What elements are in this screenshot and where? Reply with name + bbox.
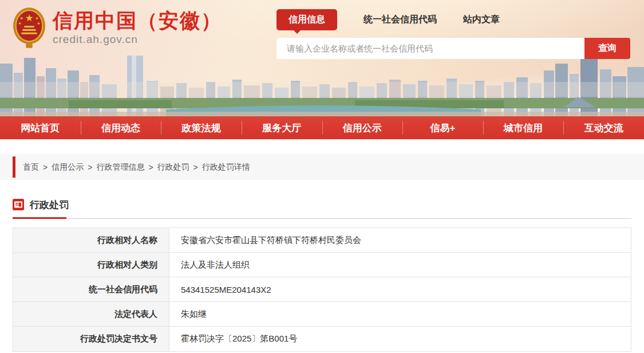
- penalty-detail-table: 行政相对人名称安徽省六安市霍山县下符桥镇下符桥村民委员会行政相对人类别法人及非法…: [13, 228, 631, 352]
- breadcrumb-link[interactable]: 首页: [23, 162, 39, 172]
- nav-item[interactable]: 政策法规: [161, 116, 242, 139]
- nav-item[interactable]: 服务大厅: [242, 116, 322, 139]
- row-value: 54341525ME204143X2: [169, 277, 631, 301]
- search-tab[interactable]: 统一社会信用代码: [364, 14, 437, 26]
- breadcrumb-separator: >: [43, 163, 48, 172]
- svg-text:★: ★: [19, 16, 23, 20]
- site-title: 信用中国（安徽）: [53, 9, 222, 32]
- section-divider: [13, 218, 631, 219]
- breadcrumb-current: 行政处罚详情: [202, 162, 250, 172]
- row-label: 法定代表人: [13, 302, 169, 326]
- row-value: 安徽省六安市霍山县下符桥镇下符桥村民委员会: [169, 228, 631, 252]
- table-row: 行政相对人名称安徽省六安市霍山县下符桥镇下符桥村民委员会: [13, 228, 631, 253]
- search-module: 信用信息统一社会信用代码站内文章 查询: [276, 9, 630, 59]
- main-nav: 网站首页信用动态政策法规服务大厅信用公示信易+城市信用互动交流: [0, 116, 644, 139]
- svg-text:★: ★: [37, 21, 40, 25]
- nav-item[interactable]: 网站首页: [0, 116, 81, 139]
- row-value: 朱如继: [169, 302, 631, 326]
- search-tabs: 信用信息统一社会信用代码站内文章: [276, 9, 630, 30]
- breadcrumb-trail: 首页>信用公示>行政管理信息>行政处罚>行政处罚详情: [23, 162, 250, 172]
- search-row: 查询: [276, 38, 630, 59]
- svg-text:★: ★: [18, 21, 22, 25]
- row-label: 行政处罚决定书文号: [13, 327, 169, 351]
- nav-item[interactable]: 城市信用: [483, 116, 564, 139]
- nav-item[interactable]: 互动交流: [563, 116, 644, 139]
- city-skyline-image: [0, 54, 644, 116]
- table-row: 行政相对人类别法人及非法人组织: [13, 253, 631, 277]
- nav-item[interactable]: 信用动态: [81, 116, 161, 139]
- site-url: credit.ah.gov.cn: [53, 33, 222, 46]
- search-tab[interactable]: 站内文章: [463, 14, 500, 26]
- document-list-icon: [13, 199, 24, 210]
- table-row: 行政处罚决定书文号霍林罚决字〔2025〕第B001号: [13, 327, 631, 351]
- breadcrumb-separator: >: [193, 163, 198, 172]
- national-emblem-icon: ★ ★ ★ ★ ★: [13, 6, 46, 49]
- header-banner: ★ ★ ★ ★ ★ 信用中国（安徽） credit.ah.gov.cn 信用信息…: [0, 0, 644, 116]
- row-label: 统一社会信用代码: [13, 277, 169, 301]
- svg-text:★: ★: [25, 13, 34, 23]
- row-value: 霍林罚决字〔2025〕第B001号: [169, 327, 631, 351]
- nav-item[interactable]: 信用公示: [322, 116, 403, 139]
- section-header: 行政处罚: [13, 198, 631, 211]
- section-title: 行政处罚: [30, 198, 69, 211]
- table-row: 统一社会信用代码54341525ME204143X2: [13, 277, 631, 302]
- breadcrumb-link[interactable]: 信用公示: [52, 162, 84, 172]
- table-row: 法定代表人朱如继: [13, 302, 631, 327]
- breadcrumb-accent-bar: [13, 156, 15, 178]
- breadcrumb-separator: >: [148, 163, 153, 172]
- row-label: 行政相对人类别: [13, 253, 169, 277]
- breadcrumb-link[interactable]: 行政管理信息: [96, 162, 144, 172]
- search-tab[interactable]: 信用信息: [276, 9, 337, 30]
- site-logo[interactable]: ★ ★ ★ ★ ★ 信用中国（安徽） credit.ah.gov.cn: [13, 6, 222, 49]
- breadcrumb: 首页>信用公示>行政管理信息>行政处罚>行政处罚详情: [0, 154, 644, 180]
- logo-text-block: 信用中国（安徽） credit.ah.gov.cn: [53, 9, 222, 46]
- breadcrumb-separator: >: [88, 163, 92, 172]
- row-value: 法人及非法人组织: [169, 253, 631, 277]
- svg-text:★: ★: [35, 16, 39, 20]
- breadcrumb-link[interactable]: 行政处罚: [157, 162, 189, 172]
- search-button[interactable]: 查询: [584, 38, 630, 59]
- nav-item[interactable]: 信易+: [402, 116, 483, 139]
- search-input[interactable]: [276, 38, 584, 59]
- row-label: 行政相对人名称: [13, 228, 169, 252]
